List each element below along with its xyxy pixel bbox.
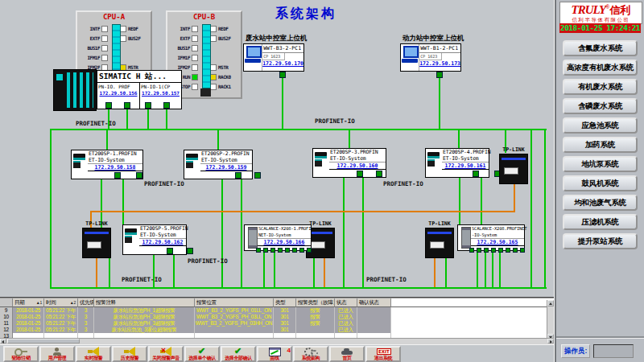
column-header-ack[interactable]: 确认状态 [357,298,391,307]
toolbar-button-top [77,348,109,356]
cpu-led [120,26,126,32]
toolbar-button[interactable]: 用户管理 [39,346,75,362]
scalance-x208-station[interactable]: SCALANCE-X208.PROFINET -IO-System 172.29… [457,224,525,251]
toolbar-button[interactable]: 4 曲线 [257,346,292,362]
cpu-led [192,64,198,71]
alarm-status: 已进入 [335,327,357,333]
toolbar-button-icon [231,348,246,356]
toolbar-button[interactable]: 退出系统 [365,346,401,362]
tplink-device[interactable]: TP-LINK [82,220,111,258]
network-port [263,248,268,253]
cpu-led-label: EXTF [170,35,190,41]
cpu-led [192,55,198,61]
simatic-h-station[interactable]: SIMATIC H 站... PN-IO. PROF 172.29.50.156… [97,70,182,109]
sidebar-system-button[interactable]: 鼓风机系统 [563,175,638,191]
tplink-device[interactable]: TP-LINK [425,220,454,258]
sidebar-system-button[interactable]: 高浓度有机废水系统 [563,60,638,76]
scrollbar-thumb[interactable] [7,339,80,343]
et200sp-1-station[interactable]: ET200SP-1.PROFIN ET-IO-System 172.29.50.… [71,150,143,179]
et200sp-icon [313,149,329,177]
net-line [282,77,283,129]
column-header-time[interactable]: 时间▲2 [44,298,78,307]
column-header-status[interactable]: 状态 [335,298,357,307]
pc1-station[interactable]: WWT-B3-2-PC1 CP 1623 172.29.50.170 [243,43,304,72]
sidebar-system-button[interactable]: 加药系统 [563,137,638,153]
et200sp-3-station[interactable]: ET200SP-3.PROFIN ET-IO-System 172.29.50.… [312,148,386,178]
scalance-x208-1-station[interactable]: SCALANCE-X208-1.PROFI NET-IO-System 172.… [244,224,312,251]
net-line [166,108,167,129]
cpu-led [192,84,198,90]
sidebar-system-button[interactable]: 提升泵站系统 [563,233,638,249]
network-port [506,248,510,253]
profinet-label: PROFINET-IO [122,276,162,283]
toolbar-button-label: 选择单个确认 [188,356,216,361]
tplink-device[interactable]: TP-LINK [499,146,528,184]
scroll-right-arrow-icon[interactable] [547,339,554,343]
cpu-led-label: BUS1F [80,45,100,51]
column-header-priority[interactable]: 优先级 [78,298,94,307]
alarm-location [195,327,274,333]
et200sp-2-station[interactable]: ET200SP-2.PROFIN ET-IO-System 172.29.50.… [184,150,253,179]
sidebar-system-button[interactable]: 均和池废气系统 [563,195,638,211]
sidebar-system-button[interactable]: 有机废水系统 [563,79,638,95]
operator-input[interactable] [593,344,634,358]
truly-logo: TRULY®信利 信利半导体有限公司 [559,2,642,24]
network-port [477,248,481,253]
alarm-row[interactable]: 10 2018-01-25 05:21:22 下午 3 废水站应急池PH_3超限… [0,314,554,320]
et200sp-5-station[interactable]: ET200SP-5.PROFIN ET-IO-System 172.29.50.… [122,224,187,255]
header-label: 报警位置 [196,299,217,306]
station-name2: ET-IO-System [200,157,252,163]
cpu-led-label: IFM2F [170,64,190,70]
toolbar-button[interactable]: 登陆/注销 [3,346,39,362]
toolbar-button[interactable]: 首页 [329,346,365,362]
alarm-row[interactable]: 12 2018-01-25 05:21:22 下午 3 废水站应急池_3液位超限… [0,327,554,333]
toolbar-button[interactable]: 系统架构 [293,346,328,362]
column-header-location[interactable]: 报警位置 [195,298,274,307]
vertical-scrollbar[interactable] [547,300,554,340]
sidebar-system-button[interactable]: 含氟废水系统 [563,40,638,56]
toolbar-button[interactable]: 选择单个确认 [184,346,220,362]
toolbar-button[interactable]: × 关闭报警声音 [148,346,184,362]
sidebar-system-button[interactable]: 地坑泵系统 [563,156,638,172]
scalance-switch-icon [458,225,471,250]
column-header-date[interactable]: 日期▲1 [13,298,44,307]
column-header-type[interactable]: 类型 [274,298,296,307]
cpu-led-row: RACK1 [210,83,239,90]
row-filler [391,314,554,320]
tplink-label: TP-LINK [499,146,528,153]
column-header-comment[interactable]: 报警注释 [94,298,195,307]
toolbar-button[interactable]: 历史报警 [112,346,147,362]
station-name: ET200SP-5.PROFIN [139,225,186,232]
sidebar-system-button[interactable]: 含磷废水系统 [563,98,638,114]
scada-screen: 系统架构 [0,0,644,362]
sidebar-system-button[interactable]: 应急池系统 [563,117,638,134]
toolbar-button[interactable]: 实时报警 [76,346,111,362]
cpu-led [192,26,198,32]
et200sp-icon [184,150,200,179]
row-filler [391,327,554,333]
system-menu: 含氟废水系统高浓度有机废水系统有机废水系统含磷废水系统应急池系统加药系统地坑泵系… [563,40,638,249]
alarm-row[interactable]: 11 2018-01-25 05:21:22 下午 3 废水站应急池PH_3超限… [0,320,554,327]
station-ip: 172.29.50.158 [88,163,142,171]
header-label: 确认状态 [359,299,379,306]
alarm-ack-status [357,314,391,320]
alarm-row[interactable]: 9 2018-01-25 05:21:22 下午 3 废水站应急池PH_1超限报… [0,307,554,314]
cpu-led-label: REDF [128,26,149,31]
column-header-alarmtype[interactable]: 报警类型（故障） [296,298,335,307]
pc-name: WWT-B1-2-PC1 [419,44,460,53]
scroll-left-arrow-icon[interactable] [0,339,6,343]
net-line [499,250,501,287]
et200sp-4-station[interactable]: ET200SP-4.PROFIN ET-IO-System 172.29.50.… [425,148,489,178]
network-port [145,102,151,109]
alarm-ack-status [357,320,391,327]
toolbar-button-top [5,348,37,356]
sidebar-system-button[interactable]: 压滤机系统 [563,214,638,230]
pc-card: CP 1623 [419,53,442,60]
net-line [445,255,447,287]
pc2-station[interactable]: WWT-B1-2-PC1 CP 1623 172.29.50.173 [400,43,461,72]
horizontal-scrollbar[interactable] [0,338,554,344]
cpu-name: CPU-A [77,13,151,21]
toolbar-button[interactable]: 选择全部确认 [221,346,256,362]
toolbar-button-icon [50,348,64,356]
scroll-up-arrow-icon[interactable] [547,300,554,306]
